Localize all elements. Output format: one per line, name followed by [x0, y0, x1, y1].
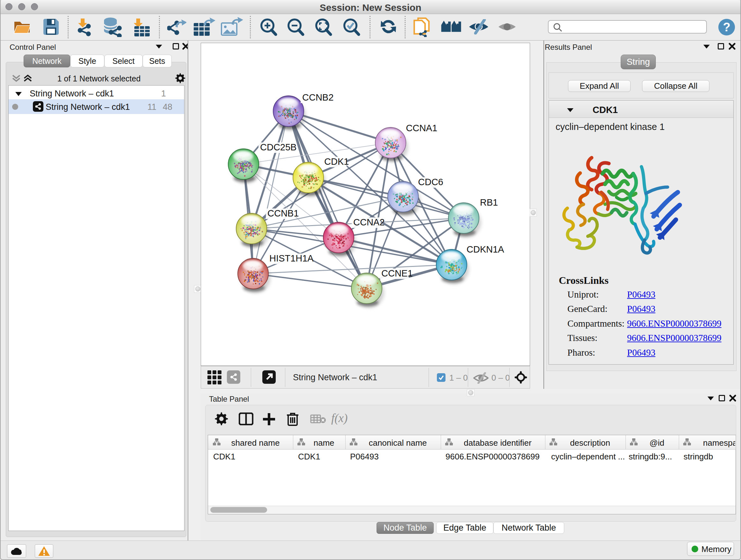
svg-text:CCNA2: CCNA2	[353, 217, 385, 227]
svg-text:RB1: RB1	[480, 197, 498, 207]
svg-text:HIST1H1A: HIST1H1A	[269, 253, 314, 263]
svg-text:CCNB2: CCNB2	[302, 92, 333, 103]
svg-text:CCNA1: CCNA1	[406, 123, 437, 133]
svg-text:CDC6: CDC6	[418, 177, 443, 187]
svg-text:CDKN1A: CDKN1A	[467, 244, 504, 254]
svg-text:CDC25B: CDC25B	[260, 142, 296, 152]
svg-text:CCNB1: CCNB1	[267, 208, 299, 219]
svg-text:CCNE1: CCNE1	[381, 268, 413, 278]
svg-text:CDK1: CDK1	[324, 157, 349, 167]
